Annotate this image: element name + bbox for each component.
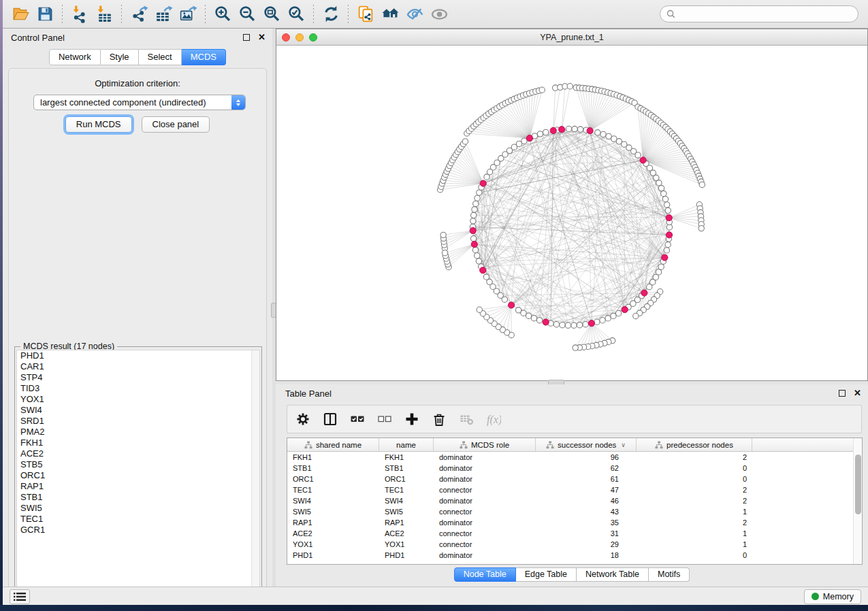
column-header-shared-name[interactable]: shared name [287,438,379,451]
cell-name[interactable]: SWI4 [379,497,434,505]
cell-MCDS-role[interactable]: connector [434,508,536,516]
mcds-result-item[interactable]: SWI5 [17,503,259,514]
memory-button[interactable]: Memory [804,589,861,604]
show-all-button[interactable] [427,3,451,26]
first-neighbors-button[interactable] [378,3,402,26]
table-row[interactable]: SWI4SWI4dominator462 [287,495,862,506]
cell-shared-name[interactable]: RAP1 [287,518,379,527]
mcds-result-item[interactable]: ACE2 [17,448,259,459]
cell-predecessor-nodes[interactable]: 1 [637,529,752,538]
cell-name[interactable]: RAP1 [379,518,434,527]
cell-MCDS-role[interactable]: dominator [434,453,536,461]
mcds-result-item[interactable]: TEC1 [17,514,259,525]
mcds-result-item[interactable]: STB5 [17,459,259,470]
cell-predecessor-nodes[interactable]: 2 [637,518,752,527]
refresh-layout-button[interactable] [319,3,343,26]
cell-MCDS-role[interactable]: dominator [434,518,536,527]
cell-name[interactable]: SWI5 [379,508,434,516]
cell-successor-nodes[interactable]: 35 [536,518,637,527]
import-network-button[interactable] [67,3,92,26]
optimization-criterion-dropdown[interactable]: largest connected component (undirected) [33,95,246,110]
cell-successor-nodes[interactable]: 61 [536,475,637,483]
cell-MCDS-role[interactable]: connector [434,486,536,494]
mcds-result-item[interactable]: YOX1 [17,394,259,405]
cell-name[interactable]: YOX1 [379,540,434,548]
cell-MCDS-role[interactable]: connector [434,529,536,538]
search-field[interactable] [660,5,858,22]
table-row[interactable]: STB1STB1dominator620 [287,463,862,474]
cell-name[interactable]: TEC1 [379,486,434,494]
export-table-button[interactable] [151,3,176,26]
mcds-result-item[interactable]: PHD1 [17,350,259,361]
cell-successor-nodes[interactable]: 47 [536,486,637,494]
delete-column-button[interactable] [430,410,448,428]
cell-predecessor-nodes[interactable]: 2 [637,453,752,461]
cell-shared-name[interactable]: ORC1 [287,475,379,483]
copy-network-button[interactable] [353,3,378,26]
tab-network-table[interactable]: Network Table [577,567,649,582]
cell-name[interactable]: ACE2 [379,529,434,538]
cell-shared-name[interactable]: TEC1 [287,486,379,494]
float-panel-icon[interactable] [243,34,250,41]
column-header-MCDS-role[interactable]: MCDS role [434,438,536,451]
table-row[interactable]: TEC1TEC1connector472 [287,484,862,495]
cell-successor-nodes[interactable]: 46 [536,497,637,505]
tab-node-table[interactable]: Node Table [454,567,516,582]
table-settings-button[interactable] [294,410,312,428]
cell-successor-nodes[interactable]: 62 [536,464,637,472]
cell-predecessor-nodes[interactable]: 0 [637,551,752,559]
cell-predecessor-nodes[interactable]: 0 [637,464,752,472]
table-row[interactable]: FKH1FKH1dominator962 [287,452,862,463]
cell-name[interactable]: STB1 [379,464,434,472]
cell-shared-name[interactable]: PHD1 [287,551,379,559]
cell-MCDS-role[interactable]: connector [434,540,536,548]
tab-select[interactable]: Select [139,49,182,65]
close-panel-icon[interactable]: ✕ [258,34,266,41]
search-input[interactable] [679,10,852,19]
cell-shared-name[interactable]: STB1 [287,464,379,472]
table-row[interactable]: ACE2ACE2connector311 [287,528,862,539]
cell-successor-nodes[interactable]: 43 [536,508,637,516]
tab-motifs[interactable]: Motifs [649,567,690,582]
column-header-predecessor-nodes[interactable]: predecessor nodes [637,438,752,451]
mcds-result-item[interactable]: PMA2 [17,427,259,437]
tab-network[interactable]: Network [49,49,101,65]
split-view-button[interactable] [321,410,339,428]
mcds-result-item[interactable]: TID3 [17,383,259,394]
import-table-button[interactable] [92,3,116,26]
deselect-all-button[interactable] [376,410,393,428]
column-header-successor-nodes[interactable]: successor nodes∨ [536,438,637,451]
cell-shared-name[interactable]: FKH1 [287,453,379,461]
mcds-result-item[interactable]: ORC1 [17,470,259,481]
zoom-fit-button[interactable] [259,3,284,26]
mcds-result-item[interactable]: GCR1 [17,525,259,535]
cell-name[interactable]: FKH1 [379,453,434,461]
float-table-panel-icon[interactable] [839,390,846,397]
table-row[interactable]: SWI5SWI5connector431 [287,506,862,517]
add-column-button[interactable] [403,410,421,428]
cell-MCDS-role[interactable]: dominator [434,475,536,483]
zoom-in-button[interactable] [210,3,235,26]
mcds-result-item[interactable]: STB1 [17,492,259,503]
cell-successor-nodes[interactable]: 18 [536,551,637,559]
export-image-button[interactable] [176,3,200,26]
cell-successor-nodes[interactable]: 31 [536,529,637,538]
column-header-name[interactable]: name [379,438,434,451]
network-canvas[interactable] [276,46,867,380]
cell-predecessor-nodes[interactable]: 1 [637,540,752,548]
close-panel-button[interactable]: Close panel [142,116,210,133]
zoom-selected-button[interactable] [284,3,308,26]
table-scrollbar-thumb[interactable] [855,455,861,514]
select-all-button[interactable] [349,410,366,428]
table-row[interactable]: ORC1ORC1dominator610 [287,474,862,484]
cell-shared-name[interactable]: SWI5 [287,508,379,516]
mcds-result-item[interactable]: CAR1 [17,361,259,372]
export-network-button[interactable] [127,3,151,26]
table-row[interactable]: YOX1YOX1connector291 [287,539,862,550]
cell-shared-name[interactable]: YOX1 [287,540,379,548]
automation-panel-button[interactable] [10,589,30,604]
mcds-result-list[interactable]: PHD1CAR1STP4TID3YOX1SWI4SRD1PMA2FKH1ACE2… [16,350,260,593]
mcds-result-item[interactable]: STP4 [17,372,259,383]
run-mcds-button[interactable]: Run MCDS [65,116,132,133]
table-row[interactable]: RAP1RAP1dominator352 [287,517,862,528]
